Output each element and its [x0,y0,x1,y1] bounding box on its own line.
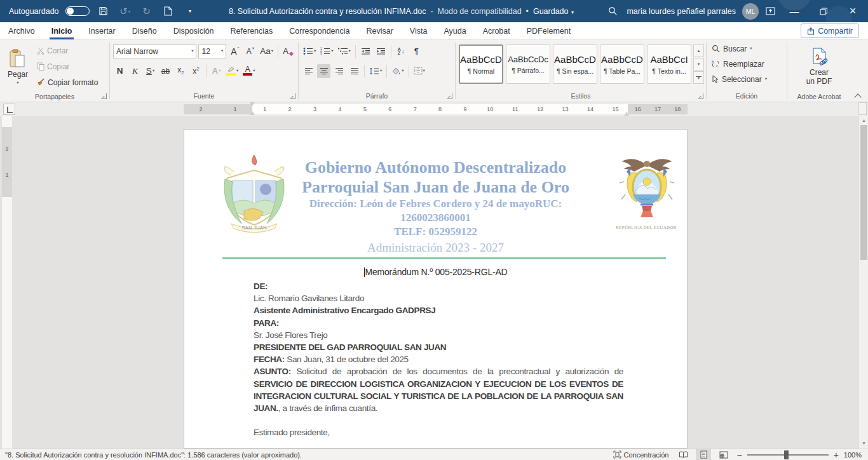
tab-ayuda[interactable]: Ayuda [435,22,474,39]
clear-formatting-button[interactable]: A◆ [281,44,295,58]
styles-gallery-more-icon[interactable]: ▾ [693,71,704,84]
format-painter-button[interactable]: Copiar formato [35,76,100,89]
indent-marker[interactable] [250,102,255,116]
numbering-button[interactable]: 123▾ [319,44,334,58]
subscript-button[interactable]: x2 [174,64,187,78]
zoom-level[interactable]: 100% [844,451,862,459]
justify-button[interactable] [348,64,361,78]
scrollbar-thumb[interactable] [860,125,867,260]
tab-referencias[interactable]: Referencias [222,22,281,39]
collapse-ribbon-icon[interactable] [855,93,860,98]
cut-button[interactable]: Cortar [35,44,100,57]
zoom-slider[interactable] [747,454,829,456]
replace-button[interactable]: bc Reemplazar [710,57,783,71]
portapapeles-dialog-launcher-icon[interactable] [101,93,107,99]
align-left-button[interactable] [302,64,315,78]
web-layout-button[interactable] [716,449,731,460]
style-texto-independiente[interactable]: AaBbCcI¶ Texto in... [647,44,691,84]
horizontal-ruler[interactable]: 21 123456789101112131415 161718 [184,104,688,114]
bullets-button[interactable]: ▾ [302,44,317,58]
redo-icon[interactable]: ↻ [139,3,154,20]
tab-vista[interactable]: Vista [402,22,436,39]
align-center-button[interactable] [317,64,330,78]
user-name[interactable]: maria lourdes peñafiel parrales [627,7,736,16]
tab-inicio[interactable]: Inicio [43,22,81,39]
right-indent-marker[interactable] [624,109,629,116]
decrease-indent-button[interactable] [359,44,372,58]
read-mode-button[interactable] [675,449,691,460]
style-normal[interactable]: AaBbCcD¶ Normal [459,44,503,84]
vertical-ruler[interactable]: 21 [2,116,12,449]
shrink-font-button[interactable]: A▾ [243,44,257,58]
font-color-button[interactable]: A ▾ [241,64,256,78]
strikethrough-button[interactable]: ab [159,64,172,78]
italic-button[interactable]: K [128,64,142,78]
scroll-up-icon[interactable]: ▲ [859,116,868,125]
paste-button[interactable]: Pegar ▾ [3,43,32,91]
style-sin-espaciado[interactable]: AaBbCcD¶ Sin espa... [553,44,597,84]
shading-button[interactable]: ▾ [390,64,405,78]
highlight-color-button[interactable]: ▾ [225,64,240,78]
tab-insertar[interactable]: Insertar [80,22,123,39]
estilos-dialog-launcher-icon[interactable] [698,93,703,99]
search-icon[interactable] [605,3,620,20]
scroll-down-icon[interactable]: ▼ [859,439,868,447]
autosave-toggle[interactable] [65,6,90,16]
find-button[interactable]: Buscar▾ [710,42,783,55]
undo-icon[interactable]: ↺▾ [118,3,133,20]
close-button[interactable]: × [840,0,865,22]
text-effects-button[interactable]: A▾ [210,64,223,78]
character-count-status[interactable]: "8. Solicitud Autorización contra y reso… [0,451,302,459]
select-button[interactable]: Seleccionar▾ [710,72,783,86]
align-right-button[interactable] [332,64,346,78]
increase-indent-button[interactable] [374,44,388,58]
tab-correspondencia[interactable]: Correspondencia [281,22,358,39]
ribbon-display-options-icon[interactable] [763,3,778,20]
scrollbar-top-box[interactable] [858,102,867,115]
zoom-slider-thumb[interactable] [784,450,789,459]
multilevel-list-button[interactable]: ▾ [337,44,352,58]
style-table-paragraph[interactable]: AaBbCcD¶ Table Pa... [600,44,644,84]
tab-pdfelement[interactable]: PDFelement [519,22,579,39]
tab-disposicion[interactable]: Disposición [165,22,222,39]
fuente-dialog-launcher-icon[interactable] [290,93,295,99]
change-case-button[interactable]: Aa▾ [259,44,275,58]
tab-acrobat[interactable]: Acrobat [475,22,519,39]
focus-mode-button[interactable]: Concentración [611,449,671,460]
parrafo-dialog-launcher-icon[interactable] [447,93,452,99]
style-parrafo[interactable]: AaBbCcDc¶ Párrafo... [506,44,550,84]
styles-scroll-down-icon[interactable]: ▾ [693,58,704,71]
styles-scroll-up-icon[interactable]: ▴ [693,44,704,57]
zoom-in-icon[interactable]: + [834,450,839,459]
new-document-icon[interactable] [161,3,176,20]
user-avatar[interactable]: ML [742,3,759,20]
vertical-scrollbar[interactable]: ▲ ▼ [858,116,868,449]
sort-button[interactable]: AZ↓ [395,44,408,58]
grow-font-button[interactable]: Aˆ [228,44,241,58]
saved-status[interactable]: Guardado [533,7,569,16]
print-layout-button[interactable] [696,449,711,460]
copy-button[interactable]: Copiar [35,60,100,73]
create-pdf-button[interactable]: Crear un PDF [799,43,839,91]
quick-access-toolbar-menu-icon[interactable]: ▾ [182,3,198,20]
font-size-select[interactable]: 12▾ [198,44,226,58]
memo-title[interactable]: Memorándum N.º 005-2025-RGL-AD [184,267,687,277]
tab-revisar[interactable]: Revisar [358,22,401,39]
document-body[interactable]: DE: Lic. Romario Gavilanes Litardo Asist… [254,280,623,449]
zoom-out-icon[interactable]: − [736,450,742,459]
borders-button[interactable]: ▾ [412,64,426,78]
save-icon[interactable] [96,3,111,20]
document-page[interactable]: SAN JUAN REPÚBLICA DE [184,129,688,449]
tab-archivo[interactable]: Archivo [0,22,43,39]
bold-button[interactable]: N [113,64,126,78]
share-button[interactable]: Compartir [801,24,859,38]
line-spacing-button[interactable]: ▾ [368,64,383,78]
show-formatting-marks-button[interactable]: ¶ [410,44,423,58]
restore-button[interactable] [811,0,836,22]
minimize-button[interactable]: — [782,0,807,22]
superscript-button[interactable]: x2 [189,64,203,78]
tab-diseno[interactable]: Diseño [124,22,165,39]
font-family-select[interactable]: Arial Narrow▾ [113,44,196,58]
tab-stop-selector[interactable] [3,104,15,115]
underline-button[interactable]: S▾ [144,64,157,78]
